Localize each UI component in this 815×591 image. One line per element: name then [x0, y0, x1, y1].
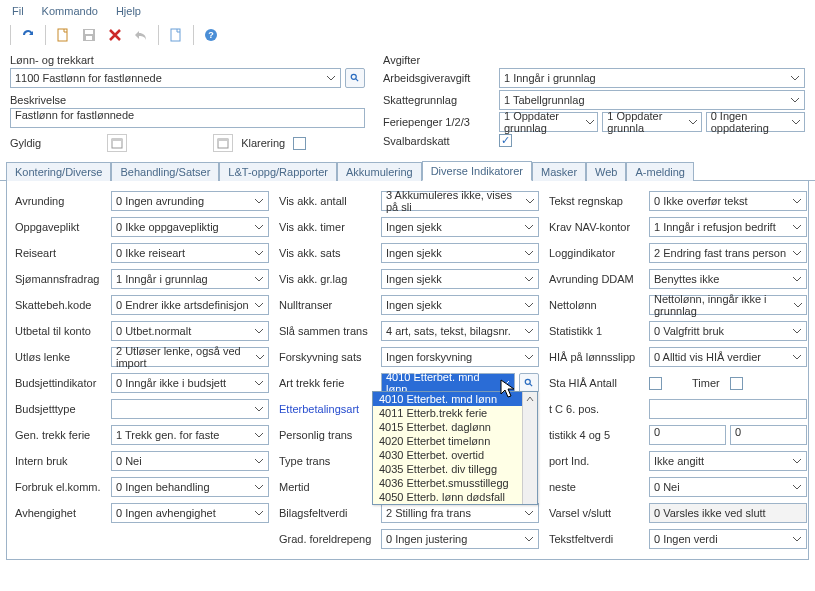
forbruk-elkomm-combo[interactable]: 0 Ingen behandling — [111, 477, 269, 497]
tool-refresh-icon[interactable] — [17, 24, 39, 46]
tool-new-icon[interactable] — [52, 24, 74, 46]
feriepenger3-combo[interactable]: 0 Ingen oppdatering — [706, 112, 805, 132]
gyldig-to-date[interactable] — [213, 134, 233, 152]
varsel-vslutt-combo[interactable]: 0 Varsles ikke ved slutt — [649, 503, 807, 523]
c6pos-label: t C 6. pos. — [549, 403, 639, 415]
tab-web[interactable]: Web — [586, 162, 626, 181]
oppgaveplikt-combo[interactable]: 0 Ikke oppgavepliktig — [111, 217, 269, 237]
tab-diverse-indikatorer[interactable]: Diverse Indikatorer — [422, 161, 532, 181]
tekst-regnskap-combo[interactable]: 0 Ikke overfør tekst — [649, 191, 807, 211]
dropdown-scrollbar[interactable] — [522, 392, 537, 504]
krav-nav-combo[interactable]: 1 Inngår i refusjon bedrift — [649, 217, 807, 237]
dropdown-option[interactable]: 4050 Etterb. lønn dødsfall — [373, 490, 522, 504]
skattebeh-combo[interactable]: 0 Endrer ikke artsdefinisjon — [111, 295, 269, 315]
lonn-trekkart-label: Lønn- og trekkart — [10, 54, 365, 66]
budsjetttype-combo[interactable] — [111, 399, 269, 419]
reiseart-combo[interactable]: 0 Ikke reiseart — [111, 243, 269, 263]
feriepenger2-combo[interactable]: 1 Oppdater grunnla — [602, 112, 701, 132]
svg-rect-9 — [112, 139, 122, 141]
menu-kommando[interactable]: Kommando — [42, 5, 98, 17]
budsjettindikator-combo[interactable]: 0 Inngår ikke i budsjett — [111, 373, 269, 393]
beskrivelse-label: Beskrivelse — [10, 94, 365, 106]
avhengighet-label: Avhengighet — [15, 507, 101, 519]
statistikk5-input[interactable]: 0 — [730, 425, 807, 445]
visakk-sats-combo[interactable]: Ingen sjekk — [381, 243, 539, 263]
hia-lonnsslipp-label: HIÅ på lønnsslipp — [549, 351, 639, 363]
budsjettindikator-label: Budsjettindikator — [15, 377, 101, 389]
bilagsfeltverdi-combo[interactable]: 2 Stilling fra trans — [381, 503, 539, 523]
sjomannsfradrag-label: Sjømannsfradrag — [15, 273, 101, 285]
dropdown-option[interactable]: 4030 Etterbet. overtid — [373, 448, 522, 462]
sta-hia-antall-checkbox[interactable] — [649, 377, 662, 390]
tool-page-icon[interactable] — [165, 24, 187, 46]
utbetal-combo[interactable]: 0 Utbet.normalt — [111, 321, 269, 341]
tab-amelding[interactable]: A-melding — [626, 162, 694, 181]
beskrivelse-input[interactable]: Fastlønn for fastlønnede — [10, 108, 365, 128]
visakk-grlag-combo[interactable]: Ingen sjekk — [381, 269, 539, 289]
tool-delete-icon[interactable] — [104, 24, 126, 46]
tekstfeltverdi-combo[interactable]: 0 Ingen verdi — [649, 529, 807, 549]
lonn-search-button[interactable] — [345, 68, 365, 88]
neste-combo[interactable]: 0 Nei — [649, 477, 807, 497]
art-trekk-search-button[interactable] — [519, 373, 539, 393]
menu-fil[interactable]: Fil — [12, 5, 24, 17]
lonn-trekkart-combo[interactable]: 1100 Fastlønn for fastlønnede — [10, 68, 341, 88]
visakk-timer-combo[interactable]: Ingen sjekk — [381, 217, 539, 237]
dropdown-option[interactable]: 4011 Etterb.trekk ferie — [373, 406, 522, 420]
avrunding-label: Avrunding — [15, 195, 101, 207]
tekstfeltverdi-label: Tekstfeltverdi — [549, 533, 639, 545]
statistikk1-combo[interactable]: 0 Valgfritt bruk — [649, 321, 807, 341]
port-ind-combo[interactable]: Ikke angitt — [649, 451, 807, 471]
dropdown-option[interactable]: 4036 Etterbet.smusstillegg — [373, 476, 522, 490]
dropdown-option[interactable]: 4015 Etterbet. daglønn — [373, 420, 522, 434]
svalbardskatt-label: Svalbardskatt — [383, 135, 491, 147]
grad-foreldrepeng-combo[interactable]: 0 Ingen justering — [381, 529, 539, 549]
nettolonn-combo[interactable]: Nettolønn, inngår ikke i grunnlag — [649, 295, 807, 315]
c6pos-input[interactable] — [649, 399, 807, 419]
svg-point-12 — [525, 379, 530, 384]
dropdown-option[interactable]: 4035 Etterbet. div tillegg — [373, 462, 522, 476]
skattegrunnlag-label: Skattegrunnlag — [383, 94, 491, 106]
art-trekk-ferie-combo[interactable]: 4010 Etterbet. mnd lønn — [381, 373, 515, 393]
menu-hjelp[interactable]: Hjelp — [116, 5, 141, 17]
slasammen-combo[interactable]: 4 art, sats, tekst, bilagsnr. — [381, 321, 539, 341]
toolbar: ? — [0, 22, 815, 48]
tool-save-icon[interactable] — [78, 24, 100, 46]
svg-text:?: ? — [208, 30, 214, 40]
nettolonn-label: Nettolønn — [549, 299, 639, 311]
tab-kontering[interactable]: Kontering/Diverse — [6, 162, 111, 181]
gentrekk-ferie-combo[interactable]: 1 Trekk gen. for faste — [111, 425, 269, 445]
feriepenger1-combo[interactable]: 1 Oppdater grunnlag — [499, 112, 598, 132]
avrunding-ddam-combo[interactable]: Benyttes ikke — [649, 269, 807, 289]
timer-checkbox[interactable] — [730, 377, 743, 390]
visakk-antall-combo[interactable]: 3 Akkumuleres ikke, vises på sli — [381, 191, 539, 211]
dropdown-option[interactable]: 4020 Etterbet timelønn — [373, 434, 522, 448]
svalbardskatt-checkbox[interactable] — [499, 134, 512, 147]
avhengighet-combo[interactable]: 0 Ingen avhengighet — [111, 503, 269, 523]
dropdown-option[interactable]: 4010 Etterbet. mnd lønn — [373, 392, 522, 406]
klarering-checkbox[interactable] — [293, 137, 306, 150]
utlos-lenke-combo[interactable]: 2 Utløser lenke, også ved import — [111, 347, 269, 367]
tab-behandling[interactable]: Behandling/Satser — [111, 162, 219, 181]
etterbetalingsart-label[interactable]: Etterbetalingsart — [279, 403, 371, 415]
tab-masker[interactable]: Masker — [532, 162, 586, 181]
type-trans-label: Type trans — [279, 455, 371, 467]
tab-ltoppg[interactable]: L&T-oppg/Rapporter — [219, 162, 337, 181]
svg-rect-2 — [85, 30, 93, 34]
art-trekk-ferie-dropdown[interactable]: 4010 Etterbet. mnd lønn 4011 Etterb.trek… — [372, 391, 538, 505]
personlig-trans-label: Personlig trans — [279, 429, 371, 441]
intern-bruk-combo[interactable]: 0 Nei — [111, 451, 269, 471]
tab-akkumulering[interactable]: Akkumulering — [337, 162, 422, 181]
avrunding-combo[interactable]: 0 Ingen avrunding — [111, 191, 269, 211]
skattegrunnlag-combo[interactable]: 1 Tabellgrunnlag — [499, 90, 805, 110]
tool-undo-icon[interactable] — [130, 24, 152, 46]
hia-lonnsslipp-combo[interactable]: 0 Alltid vis HIÅ verdier — [649, 347, 807, 367]
sjomannsfradrag-combo[interactable]: 1 Inngår i grunnlag — [111, 269, 269, 289]
gyldig-from-date[interactable] — [107, 134, 127, 152]
arbeidsgiveravgift-combo[interactable]: 1 Inngår i grunnlag — [499, 68, 805, 88]
nulltranser-combo[interactable]: Ingen sjekk — [381, 295, 539, 315]
tool-help-icon[interactable]: ? — [200, 24, 222, 46]
forskyvning-combo[interactable]: Ingen forskyvning — [381, 347, 539, 367]
statistikk4-input[interactable]: 0 — [649, 425, 726, 445]
loggindikator-combo[interactable]: 2 Endring fast trans person — [649, 243, 807, 263]
